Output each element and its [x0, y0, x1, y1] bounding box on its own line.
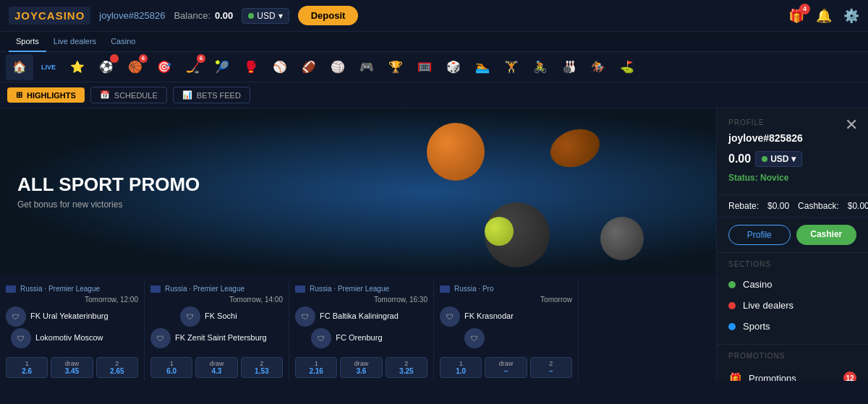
tab-casino[interactable]: Casino	[103, 32, 142, 52]
odd-1[interactable]: 16.0	[150, 357, 192, 378]
odd-1[interactable]: 12.6	[6, 357, 48, 378]
sport-icon-dice[interactable]: 🎲	[440, 54, 467, 80]
sport-icon-golf[interactable]: ⛳	[613, 54, 641, 80]
rp-currency-button[interactable]: USD ▾	[755, 151, 802, 167]
section-casino-label: Casino	[743, 279, 772, 290]
matches-row: Russia · Premier League Tomorrow, 12:00 …	[0, 275, 716, 381]
odd-1[interactable]: 12.16	[295, 357, 337, 378]
basketball-badge: 6	[139, 54, 148, 63]
team2-logo: 🛡	[150, 328, 171, 348]
sport-icon-trophy[interactable]: 🏆	[382, 54, 409, 80]
bets-feed-button[interactable]: 📊 BETS FEED	[173, 87, 250, 103]
top-nav: Sports Live dealers Casino	[0, 32, 868, 52]
promotions-section-label: PROMOTIONS	[728, 352, 856, 360]
odd-draw[interactable]: draw3.6	[340, 357, 382, 378]
rp-currency-label: USD	[770, 154, 788, 164]
settings-icon[interactable]: ⚙️	[843, 8, 859, 24]
tab-live-dealers[interactable]: Live dealers	[46, 32, 103, 52]
sport-icon-cycling[interactable]: 🚴	[527, 54, 554, 80]
odd-draw[interactable]: draw–	[485, 357, 527, 378]
cashback-label: Cashback:	[798, 201, 839, 211]
odd-2[interactable]: 2–	[530, 357, 572, 378]
sport-icon-volleyball[interactable]: 🏐	[324, 54, 352, 80]
balance-value: 0.00	[728, 152, 751, 166]
country-label: Russia · Premier League	[165, 285, 244, 293]
right-panel: ✕ PROFILE joylove#825826 0.00 USD ▾ Stat…	[716, 108, 868, 381]
match-card: Russia · Premier League Tomorrow, 12:00 …	[0, 280, 145, 381]
currency-label: USD	[257, 11, 275, 21]
match-card: Russia · Premier League Tomorrow, 14:00 …	[145, 280, 289, 381]
sport-icon-lift[interactable]: 🏋	[498, 54, 525, 80]
league-flag	[295, 285, 305, 293]
team2-logo: 🛡	[311, 328, 331, 348]
team2-name: FK Zenit Saint Petersburg	[175, 332, 267, 343]
promo-subtitle: Get bonus for new victories	[17, 199, 200, 209]
rp-status: Status: Novice	[728, 173, 856, 183]
sport-icon-home[interactable]: 🏠	[6, 54, 33, 80]
promotions-badge: 12	[843, 371, 856, 381]
odd-1[interactable]: 11.0	[440, 357, 482, 378]
match-teams: 🛡 FK Ural Yekaterinburg 🛡 Lokomotiv Mosc…	[6, 306, 138, 353]
gift-icon[interactable]: 🎁 4	[788, 8, 804, 24]
match-odds: 12.6 draw3.45 22.65	[6, 357, 138, 378]
section-sports-label: Sports	[743, 321, 770, 332]
sport-icon-swim[interactable]: 🏊	[469, 54, 496, 80]
soccer-badge	[110, 54, 119, 63]
username[interactable]: joylove#825826	[99, 10, 165, 21]
promo-promotions[interactable]: 🎁 Promotions 12	[728, 366, 856, 381]
odd-2[interactable]: 22.65	[96, 357, 138, 378]
sport-icon-boxing[interactable]: 🥊	[237, 54, 265, 80]
highlights-button[interactable]: ⊞ HIGHLIGHTS	[7, 87, 85, 103]
section-casino[interactable]: Casino	[728, 274, 856, 295]
odd-2[interactable]: 21.53	[241, 357, 283, 378]
odd-2[interactable]: 23.25	[386, 357, 427, 378]
sport-icon-horse[interactable]: 🏇	[584, 54, 612, 80]
rp-rebate: Rebate: $0.00 Cashback: $0.00	[717, 195, 868, 218]
section-sports[interactable]: Sports	[728, 316, 856, 337]
section-live-dealers[interactable]: Live dealers	[728, 295, 856, 316]
bets-feed-icon: 📊	[182, 90, 192, 100]
schedule-icon: 📅	[100, 90, 110, 100]
sport-icon-tennis[interactable]: 🎾	[208, 54, 236, 80]
sport-icon-baseball[interactable]: ⚾	[266, 54, 294, 80]
team1-logo: 🛡	[295, 306, 315, 327]
sport-icon-basketball[interactable]: 🏀 6	[122, 54, 149, 80]
gray-ball-decoration	[600, 217, 644, 260]
match-league: Russia · Premier League	[295, 285, 427, 293]
promo-banner: ALL SPORT PROMO Get bonus for new victor…	[0, 108, 716, 275]
sport-icon-live[interactable]: LIVE	[35, 54, 62, 80]
sport-icon-soccer[interactable]: ⚽	[93, 54, 120, 80]
bell-icon[interactable]: 🔔	[816, 8, 832, 24]
team1-name: FC Baltika Kaliningrad	[320, 311, 399, 322]
rp-username: joylove#825826	[728, 132, 856, 144]
currency-button[interactable]: USD ▾	[242, 8, 289, 24]
team1-name: FK Ural Yekaterinburg	[30, 311, 109, 322]
country-label: Russia · Pro	[454, 285, 493, 293]
sport-icon-football[interactable]: 🏈	[295, 54, 323, 80]
odd-draw[interactable]: draw4.3	[195, 357, 237, 378]
tab-sports[interactable]: Sports	[9, 32, 46, 52]
close-button[interactable]: ✕	[845, 116, 858, 134]
country-label: Russia · Premier League	[20, 285, 100, 293]
sport-icon-darts[interactable]: 🎯	[150, 54, 178, 80]
league-flag	[440, 285, 450, 293]
balance-section: Balance: 0.00	[174, 10, 233, 21]
sport-icon-star[interactable]: ⭐	[64, 54, 91, 80]
logo[interactable]: JOYCASINO	[9, 7, 90, 25]
match-teams: 🛡 FK Krasnodar 🛡	[440, 306, 572, 353]
main-area: ALL SPORT PROMO Get bonus for new victor…	[0, 108, 868, 381]
cashier-button[interactable]: Cashier	[796, 225, 857, 245]
tennis-decoration	[485, 217, 514, 246]
sport-icon-bowling[interactable]: 🎳	[556, 54, 583, 80]
odd-draw[interactable]: draw3.45	[51, 357, 93, 378]
team1-name: FK Sochi	[205, 311, 237, 322]
schedule-button[interactable]: 📅 SCHEDULE	[90, 87, 167, 103]
header-icons: 🎁 4 🔔 ⚙️	[788, 8, 859, 24]
deposit-button[interactable]: Deposit	[298, 6, 359, 25]
sport-icon-hockey[interactable]: 🏒 6	[179, 54, 207, 80]
match-league: Russia · Premier League	[6, 285, 138, 293]
sport-icon-esports[interactable]: 🎮	[353, 54, 380, 80]
sport-icon-goal[interactable]: 🥅	[411, 54, 438, 80]
profile-button[interactable]: Profile	[728, 225, 791, 245]
country-label: Russia · Premier League	[310, 285, 389, 293]
